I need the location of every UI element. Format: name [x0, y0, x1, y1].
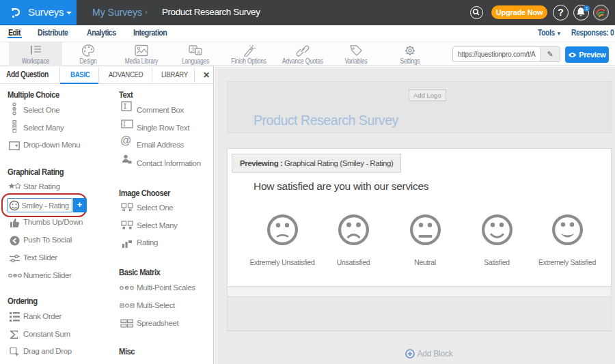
- svg-text:A: A: [197, 49, 201, 55]
